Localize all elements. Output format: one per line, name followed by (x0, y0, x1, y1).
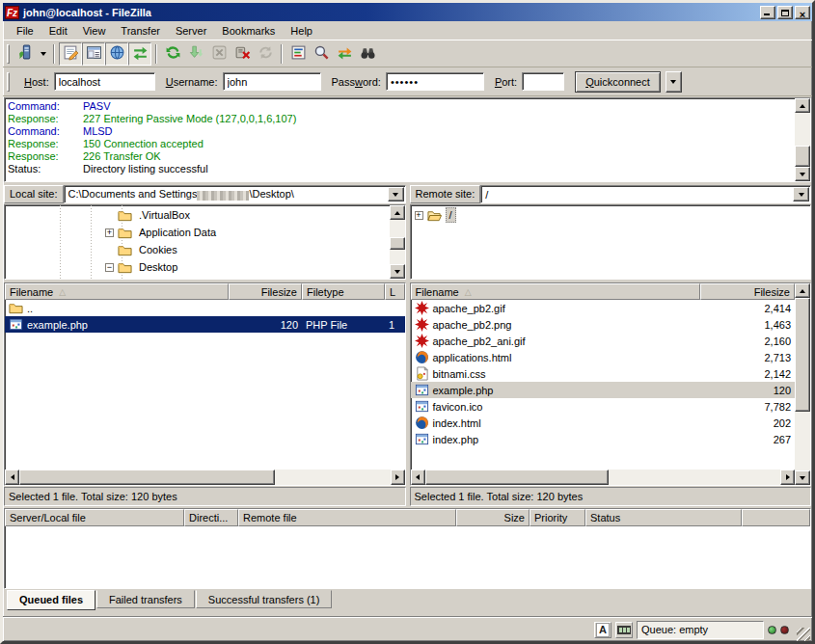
file-row-bitnami-css[interactable]: bitnami.css 2,142 (411, 365, 796, 382)
menu-view[interactable]: View (75, 23, 114, 39)
tree-item-desktop[interactable]: − Desktop (5, 258, 390, 276)
menu-server[interactable]: Server (168, 23, 214, 39)
synchronized-browsing-button[interactable] (333, 42, 356, 66)
toggle-remote-tree-button[interactable] (105, 42, 128, 66)
message-log-scrollbar[interactable] (795, 98, 810, 181)
file-row-example-php[interactable]: example.php 120 PHP File 1 (5, 316, 405, 333)
scroll-thumb[interactable] (795, 298, 810, 412)
column-header-filename[interactable]: Filename△ (411, 283, 701, 300)
local-site-dropdown-button[interactable] (388, 187, 404, 201)
file-row-example-php[interactable]: example.php 120 (411, 382, 796, 398)
remote-list-scrollbar[interactable] (795, 283, 810, 485)
file-row-favicon-ico[interactable]: favicon.ico 7,782 (411, 398, 796, 415)
toggle-message-log-button[interactable] (59, 42, 82, 66)
site-manager-button[interactable] (14, 42, 37, 66)
menu-transfer[interactable]: Transfer (113, 23, 168, 39)
scroll-track[interactable] (390, 220, 405, 264)
local-site-combo[interactable]: C:\Documents and Settings\Desktop\ (64, 185, 406, 203)
username-input[interactable] (223, 72, 321, 91)
quickconnect-dropdown-button[interactable] (666, 71, 682, 93)
tree-expander-icon[interactable]: + (105, 228, 114, 237)
local-list-hscrollbar[interactable] (5, 470, 405, 485)
quickconnect-button[interactable]: Quickconnect (575, 71, 661, 93)
maximize-button[interactable] (777, 6, 793, 19)
scroll-track[interactable] (425, 470, 781, 485)
file-row-apache-pb2-gif[interactable]: apache_pb2.gif 2,414 (411, 300, 796, 316)
scroll-left-button[interactable] (411, 470, 425, 485)
close-button[interactable]: × (795, 6, 810, 19)
file-row-index-html[interactable]: index.html 202 (411, 415, 796, 431)
title-bar[interactable]: Fz john@localhost - FileZilla × (3, 3, 812, 21)
queue-column-priority[interactable]: Priority (530, 509, 585, 526)
password-input[interactable] (386, 72, 484, 91)
remote-site-dropdown-button[interactable] (793, 187, 809, 201)
tree-expander-icon[interactable]: − (105, 263, 114, 272)
scroll-up-button[interactable] (795, 98, 810, 113)
queue-column-size[interactable]: Size (456, 509, 530, 526)
column-header-filesize[interactable]: Filesize (700, 283, 795, 300)
scroll-thumb[interactable] (390, 237, 405, 250)
scroll-track[interactable] (19, 470, 391, 485)
queue-column-directi-[interactable]: Directi... (184, 509, 238, 526)
file-row-applications-html[interactable]: applications.html 2,713 (411, 349, 796, 365)
folder-open-icon (427, 208, 443, 223)
column-header-l[interactable]: L (385, 283, 405, 300)
scroll-right-button[interactable] (391, 470, 405, 485)
scroll-track[interactable] (795, 113, 810, 167)
tree-item-application-data[interactable]: + Application Data (5, 224, 390, 241)
file-row-apache-pb2-ani-gif[interactable]: apache_pb2_ani.gif 2,160 (411, 333, 796, 349)
menu-help[interactable]: Help (283, 23, 320, 39)
ascii-mode-icon: A (594, 622, 611, 638)
tab-queued-files[interactable]: Queued files (7, 590, 95, 610)
remote-list-hscrollbar[interactable] (411, 470, 796, 485)
tree-item-root[interactable]: + / (411, 206, 811, 224)
column-header-filename[interactable]: Filename△ (5, 283, 229, 300)
toolbar-grip[interactable] (7, 44, 10, 64)
disconnect-button[interactable] (231, 42, 254, 66)
filters-button[interactable] (286, 42, 310, 66)
resize-grip-icon[interactable] (797, 628, 810, 641)
queue-column-remote-file[interactable]: Remote file (238, 509, 456, 526)
minimize-button[interactable] (760, 6, 775, 19)
tab-successful-transfers-1-[interactable]: Successful transfers (1) (196, 590, 333, 608)
scroll-down-button[interactable] (795, 470, 810, 485)
tab-failed-transfers[interactable]: Failed transfers (96, 590, 195, 608)
scroll-down-button[interactable] (390, 264, 405, 279)
toolbar-grip[interactable] (7, 72, 10, 92)
speed-limits-icon[interactable] (615, 622, 633, 638)
host-input[interactable] (54, 72, 155, 91)
find-files-button[interactable] (356, 42, 379, 66)
file-row-apache-pb2-png[interactable]: apache_pb2.png 1,463 (411, 316, 796, 333)
local-tree-scrollbar[interactable] (390, 205, 405, 279)
queue-column-server-local-file[interactable]: Server/Local file (5, 509, 184, 526)
site-manager-dropdown-button[interactable] (37, 42, 49, 66)
scroll-up-button[interactable] (795, 283, 810, 298)
scroll-thumb[interactable] (425, 470, 609, 485)
scroll-right-button[interactable] (780, 470, 795, 485)
scroll-down-button[interactable] (795, 167, 810, 181)
queue-column-status[interactable]: Status (585, 509, 742, 526)
tree-expander-icon[interactable]: + (415, 211, 423, 220)
scroll-thumb[interactable] (19, 470, 275, 485)
column-header-filetype[interactable]: Filetype (302, 283, 385, 300)
scroll-track[interactable] (795, 298, 810, 470)
filezilla-app-icon[interactable]: Fz (5, 6, 19, 19)
scroll-up-button[interactable] (390, 205, 405, 220)
process-queue-button[interactable] (184, 42, 207, 66)
toggle-local-tree-button[interactable] (82, 42, 105, 66)
column-header-filesize[interactable]: Filesize (229, 283, 302, 300)
directory-comparison-button[interactable] (310, 42, 333, 66)
port-input[interactable] (522, 72, 564, 91)
menu-edit[interactable]: Edit (41, 23, 75, 39)
scroll-left-button[interactable] (5, 470, 19, 485)
menu-file[interactable]: File (9, 23, 41, 39)
toggle-transfer-queue-button[interactable] (128, 42, 151, 66)
remote-site-combo[interactable]: / (480, 185, 811, 203)
refresh-button[interactable] (161, 42, 184, 66)
scroll-thumb[interactable] (795, 146, 810, 167)
tree-item--virtualbox[interactable]: .VirtualBox (5, 206, 390, 224)
file-row-index-php[interactable]: index.php 267 (411, 431, 796, 447)
menu-bookmarks[interactable]: Bookmarks (214, 23, 283, 39)
file-row--[interactable]: .. (5, 300, 405, 316)
tree-item-cookies[interactable]: Cookies (5, 241, 390, 258)
